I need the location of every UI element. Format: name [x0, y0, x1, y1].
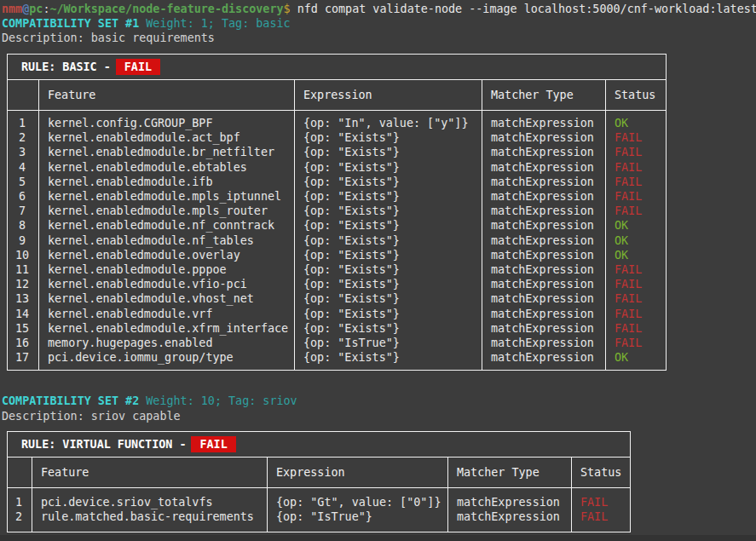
row-number: 16 — [8, 336, 37, 350]
expression-value: {op: "Exists"} — [303, 233, 478, 248]
row-number: 17 — [8, 350, 37, 365]
matcher-type-value: matchExpression — [491, 204, 602, 218]
compat-set-2-title: COMPATIBILITY SET #2 — [2, 394, 139, 407]
expression-value: {op: "Exists"} — [303, 175, 478, 189]
col-header-expression: Expression — [268, 458, 448, 488]
expression-value: {op: "Exists"} — [303, 160, 478, 175]
expression-value: {op: "Exists"} — [303, 145, 478, 159]
feature-value: pci.device.sriov_totalvfs — [41, 495, 263, 509]
feature-value: kernel.enabledmodule.overlay — [48, 248, 291, 262]
status-value: FAIL — [615, 336, 662, 350]
matcher-type-value: matchExpression — [491, 233, 602, 248]
column-status: FAILFAIL — [572, 488, 631, 532]
feature-value: kernel.enabledmodule.nf_conntrack — [48, 218, 291, 233]
col-header-status: Status — [606, 79, 667, 110]
matcher-type-value: matchExpression — [457, 509, 568, 524]
status-value: FAIL — [615, 307, 662, 321]
terminal-screen[interactable]: nmm@pc:~/Workspace/node-feature-discover… — [0, 0, 756, 532]
matcher-type-value: matchExpression — [491, 321, 602, 336]
prompt-host: pc — [29, 3, 43, 15]
col-header-index — [8, 458, 32, 488]
status-value: FAIL — [615, 189, 662, 204]
feature-value: kernel.enabledmodule.ebtables — [48, 160, 291, 175]
rule-status-badge: FAIL — [116, 59, 160, 75]
matcher-type-value: matchExpression — [491, 277, 602, 291]
rule-status-badge: FAIL — [191, 436, 235, 452]
rule-title-cell: RULE: BASIC -FAIL — [8, 54, 667, 79]
feature-value: kernel.enabledmodule.vhost_net — [48, 291, 291, 306]
rule-table-virtual-function: RULE: VIRTUAL FUNCTION -FAIL Feature Exp… — [7, 431, 631, 532]
matcher-type-value: matchExpression — [491, 175, 602, 189]
compat-set-1-description: Description: basic requirements — [2, 31, 756, 45]
feature-value: kernel.enabledmodule.nf_tables — [48, 233, 291, 248]
matcher-type-value: matchExpression — [491, 262, 602, 277]
matcher-type-value: matchExpression — [491, 336, 602, 350]
row-number: 2 — [8, 130, 37, 145]
expression-value: {op: "IsTrue"} — [303, 336, 478, 350]
feature-value: kernel.enabledmodule.xfrm_interface — [48, 321, 291, 336]
row-number: 6 — [8, 189, 37, 204]
prompt-user: nmm — [2, 3, 22, 15]
row-number: 3 — [8, 145, 37, 159]
column-row-numbers: 12 — [8, 488, 32, 532]
col-header-feature: Feature — [39, 79, 295, 110]
matcher-type-value: matchExpression — [491, 248, 602, 262]
table-body: 1234567891011121314151617 kernel.config.… — [8, 111, 667, 371]
row-number: 5 — [8, 175, 37, 189]
status-value: FAIL — [615, 160, 662, 175]
status-value: FAIL — [615, 277, 662, 291]
column-features: kernel.config.CGROUP_BPFkernel.enabledmo… — [39, 111, 295, 371]
expression-value: {op: "Exists"} — [303, 248, 478, 262]
column-expressions: {op: "In", value: ["y"]}{op: "Exists"}{o… — [295, 111, 482, 371]
terminal-bottom-edge — [0, 535, 756, 541]
feature-value: kernel.enabledmodule.vrf — [48, 307, 291, 321]
expression-value: {op: "Exists"} — [303, 130, 478, 145]
compat-set-2-meta: Weight: 10; Tag: sriov — [139, 394, 297, 407]
status-value: FAIL — [615, 291, 662, 306]
compat-set-2-heading: COMPATIBILITY SET #2 Weight: 10; Tag: sr… — [2, 394, 756, 408]
table-header-row: Feature Expression Matcher Type Status — [8, 79, 667, 110]
column-status: OKFAILFAILFAILFAILFAILFAILOKOKOKFAILFAIL… — [606, 111, 667, 371]
rule-title: RULE: BASIC - — [21, 60, 111, 73]
col-header-index — [8, 79, 39, 110]
column-matcher-type: matchExpressionmatchExpressionmatchExpre… — [482, 111, 606, 371]
matcher-type-value: matchExpression — [491, 189, 602, 204]
matcher-type-value: matchExpression — [457, 495, 568, 509]
command-text: nfd compat validate-node --image localho… — [291, 3, 756, 15]
row-number: 1 — [8, 495, 30, 509]
expression-value: {op: "Exists"} — [303, 350, 478, 365]
feature-value: kernel.enabledmodule.pppoe — [48, 262, 291, 277]
col-header-expression: Expression — [295, 79, 482, 110]
feature-value: kernel.enabledmodule.vfio-pci — [48, 277, 291, 291]
matcher-type-value: matchExpression — [491, 291, 602, 306]
row-number: 10 — [8, 248, 37, 262]
matcher-type-value: matchExpression — [491, 218, 602, 233]
status-value: FAIL — [615, 130, 662, 145]
feature-value: kernel.enabledmodule.mpls_router — [48, 204, 291, 218]
status-value: OK — [615, 350, 662, 365]
status-value: FAIL — [615, 262, 662, 277]
feature-value: memory.hugepages.enabled — [48, 336, 291, 350]
status-value: FAIL — [615, 175, 662, 189]
expression-value: {op: "Exists"} — [303, 189, 478, 204]
table-header-row: Feature Expression Matcher Type Status — [8, 458, 631, 488]
row-number: 14 — [8, 307, 37, 321]
column-matcher-type: matchExpressionmatchExpression — [448, 488, 572, 532]
expression-value: {op: "Exists"} — [303, 218, 478, 233]
status-value: OK — [615, 218, 662, 233]
status-value: FAIL — [580, 495, 626, 509]
matcher-type-value: matchExpression — [491, 307, 602, 321]
feature-value: kernel.enabledmodule.act_bpf — [48, 130, 291, 145]
matcher-type-value: matchExpression — [491, 160, 602, 175]
expression-value: {op: "Exists"} — [303, 204, 478, 218]
expression-value: {op: "Exists"} — [303, 307, 478, 321]
matcher-type-value: matchExpression — [491, 350, 602, 365]
column-features: pci.device.sriov_totalvfsrule.matched.ba… — [32, 488, 268, 532]
rule-table-basic: RULE: BASIC -FAIL Feature Expression Mat… — [7, 54, 667, 371]
compat-set-1-title: COMPATIBILITY SET #1 — [2, 17, 139, 30]
status-value: OK — [615, 233, 662, 248]
expression-value: {op: "Exists"} — [303, 291, 478, 306]
expression-value: {op: "In", value: ["y"]} — [303, 116, 478, 130]
rule-title: RULE: VIRTUAL FUNCTION - — [21, 438, 186, 451]
compat-set-1-heading: COMPATIBILITY SET #1 Weight: 1; Tag: bas… — [2, 16, 756, 31]
